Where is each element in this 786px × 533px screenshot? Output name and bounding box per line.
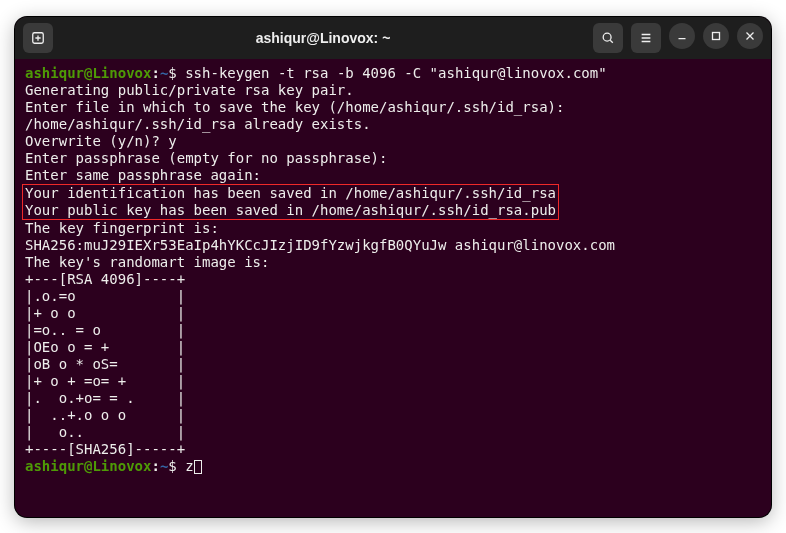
randomart-line: | ..+.o o o | (25, 407, 185, 423)
prompt-colon: : (151, 65, 159, 81)
terminal-window: ashiqur@Linovox: ~ ashiqur@Linovox:~$ ss… (15, 17, 771, 517)
output-line: SHA256:muJ29IEXr53EaIp4hYKCcJIzjID9fYzwj… (25, 237, 615, 253)
new-tab-button[interactable] (23, 23, 53, 53)
output-line: Enter passphrase (empty for no passphras… (25, 150, 387, 166)
randomart-line: +---[RSA 4096]----+ (25, 271, 185, 287)
output-line: /home/ashiqur/.ssh/id_rsa already exists… (25, 116, 371, 132)
randomart-line: |+ o + =o= + | (25, 373, 185, 389)
randomart-line: |. o.+o= = . | (25, 390, 185, 406)
close-button[interactable] (737, 23, 763, 49)
output-line: Enter same passphrase again: (25, 167, 261, 183)
randomart-line: |=o.. = o | (25, 322, 185, 338)
maximize-icon (709, 29, 723, 43)
maximize-button[interactable] (703, 23, 729, 49)
hamburger-icon (639, 31, 653, 45)
randomart-line: | o.. | (25, 424, 185, 440)
output-line: Generating public/private rsa key pair. (25, 82, 354, 98)
randomart-line: |oB o * oS= | (25, 356, 185, 372)
randomart-line: |.o.=o | (25, 288, 185, 304)
randomart-line: |OEo o = + | (25, 339, 185, 355)
prompt-symbol: $ (168, 65, 185, 81)
prompt-user: ashiqur@Linovox (25, 458, 151, 474)
output-line: Enter file in which to save the key (/ho… (25, 99, 564, 115)
window-title: ashiqur@Linovox: ~ (61, 30, 585, 46)
terminal-content[interactable]: ashiqur@Linovox:~$ ssh-keygen -t rsa -b … (15, 59, 771, 517)
titlebar: ashiqur@Linovox: ~ (15, 17, 771, 59)
svg-rect-2 (713, 32, 720, 39)
highlighted-output: Your identification has been saved in /h… (22, 184, 559, 220)
command-text: ssh-keygen -t rsa -b 4096 -C "ashiqur@li… (185, 65, 606, 81)
output-line: The key fingerprint is: (25, 220, 219, 236)
search-icon (601, 31, 615, 45)
prompt-symbol: $ (168, 458, 185, 474)
prompt-user: ashiqur@Linovox (25, 65, 151, 81)
close-icon (743, 29, 757, 43)
randomart-line: |+ o o | (25, 305, 185, 321)
output-line: The key's randomart image is: (25, 254, 269, 270)
search-button[interactable] (593, 23, 623, 53)
prompt-colon: : (151, 458, 159, 474)
menu-button[interactable] (631, 23, 661, 53)
output-line: Overwrite (y/n)? y (25, 133, 177, 149)
minimize-button[interactable] (669, 23, 695, 49)
command-text: z (185, 458, 193, 474)
output-line: Your identification has been saved in /h… (25, 185, 556, 201)
new-tab-icon (31, 31, 45, 45)
cursor (194, 460, 202, 474)
svg-point-1 (603, 33, 611, 41)
randomart-line: +----[SHA256]-----+ (25, 441, 185, 457)
output-line: Your public key has been saved in /home/… (25, 202, 556, 218)
minimize-icon (675, 29, 689, 43)
